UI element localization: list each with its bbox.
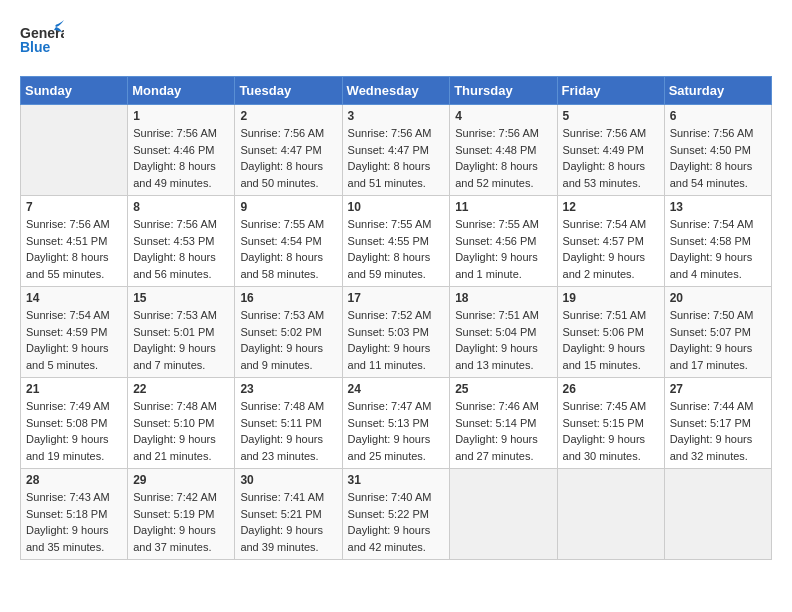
calendar-cell: 14Sunrise: 7:54 AM Sunset: 4:59 PM Dayli… bbox=[21, 287, 128, 378]
calendar-cell: 4Sunrise: 7:56 AM Sunset: 4:48 PM Daylig… bbox=[450, 105, 557, 196]
day-number: 12 bbox=[563, 200, 659, 214]
day-number: 21 bbox=[26, 382, 122, 396]
day-number: 29 bbox=[133, 473, 229, 487]
day-number: 17 bbox=[348, 291, 445, 305]
day-number: 20 bbox=[670, 291, 766, 305]
day-info: Sunrise: 7:48 AM Sunset: 5:11 PM Dayligh… bbox=[240, 398, 336, 464]
calendar-cell: 19Sunrise: 7:51 AM Sunset: 5:06 PM Dayli… bbox=[557, 287, 664, 378]
calendar-cell: 17Sunrise: 7:52 AM Sunset: 5:03 PM Dayli… bbox=[342, 287, 450, 378]
day-info: Sunrise: 7:42 AM Sunset: 5:19 PM Dayligh… bbox=[133, 489, 229, 555]
weekday-header-wednesday: Wednesday bbox=[342, 77, 450, 105]
day-info: Sunrise: 7:43 AM Sunset: 5:18 PM Dayligh… bbox=[26, 489, 122, 555]
calendar-body: 1Sunrise: 7:56 AM Sunset: 4:46 PM Daylig… bbox=[21, 105, 772, 560]
page-header: General Blue bbox=[20, 20, 772, 60]
day-number: 13 bbox=[670, 200, 766, 214]
day-info: Sunrise: 7:56 AM Sunset: 4:48 PM Dayligh… bbox=[455, 125, 551, 191]
day-number: 26 bbox=[563, 382, 659, 396]
day-info: Sunrise: 7:56 AM Sunset: 4:47 PM Dayligh… bbox=[240, 125, 336, 191]
calendar-cell: 13Sunrise: 7:54 AM Sunset: 4:58 PM Dayli… bbox=[664, 196, 771, 287]
calendar-week-4: 21Sunrise: 7:49 AM Sunset: 5:08 PM Dayli… bbox=[21, 378, 772, 469]
calendar-cell: 31Sunrise: 7:40 AM Sunset: 5:22 PM Dayli… bbox=[342, 469, 450, 560]
day-number: 19 bbox=[563, 291, 659, 305]
calendar-cell: 20Sunrise: 7:50 AM Sunset: 5:07 PM Dayli… bbox=[664, 287, 771, 378]
calendar-cell: 9Sunrise: 7:55 AM Sunset: 4:54 PM Daylig… bbox=[235, 196, 342, 287]
calendar-cell: 27Sunrise: 7:44 AM Sunset: 5:17 PM Dayli… bbox=[664, 378, 771, 469]
day-info: Sunrise: 7:54 AM Sunset: 4:59 PM Dayligh… bbox=[26, 307, 122, 373]
calendar-cell: 29Sunrise: 7:42 AM Sunset: 5:19 PM Dayli… bbox=[128, 469, 235, 560]
day-info: Sunrise: 7:41 AM Sunset: 5:21 PM Dayligh… bbox=[240, 489, 336, 555]
calendar-cell: 22Sunrise: 7:48 AM Sunset: 5:10 PM Dayli… bbox=[128, 378, 235, 469]
calendar-week-2: 7Sunrise: 7:56 AM Sunset: 4:51 PM Daylig… bbox=[21, 196, 772, 287]
calendar-cell: 8Sunrise: 7:56 AM Sunset: 4:53 PM Daylig… bbox=[128, 196, 235, 287]
day-info: Sunrise: 7:55 AM Sunset: 4:55 PM Dayligh… bbox=[348, 216, 445, 282]
calendar-table: SundayMondayTuesdayWednesdayThursdayFrid… bbox=[20, 76, 772, 560]
day-info: Sunrise: 7:40 AM Sunset: 5:22 PM Dayligh… bbox=[348, 489, 445, 555]
day-info: Sunrise: 7:51 AM Sunset: 5:06 PM Dayligh… bbox=[563, 307, 659, 373]
day-number: 25 bbox=[455, 382, 551, 396]
day-info: Sunrise: 7:49 AM Sunset: 5:08 PM Dayligh… bbox=[26, 398, 122, 464]
calendar-cell: 16Sunrise: 7:53 AM Sunset: 5:02 PM Dayli… bbox=[235, 287, 342, 378]
weekday-header-tuesday: Tuesday bbox=[235, 77, 342, 105]
day-info: Sunrise: 7:56 AM Sunset: 4:51 PM Dayligh… bbox=[26, 216, 122, 282]
day-info: Sunrise: 7:51 AM Sunset: 5:04 PM Dayligh… bbox=[455, 307, 551, 373]
day-number: 1 bbox=[133, 109, 229, 123]
day-info: Sunrise: 7:48 AM Sunset: 5:10 PM Dayligh… bbox=[133, 398, 229, 464]
calendar-cell: 28Sunrise: 7:43 AM Sunset: 5:18 PM Dayli… bbox=[21, 469, 128, 560]
calendar-cell: 15Sunrise: 7:53 AM Sunset: 5:01 PM Dayli… bbox=[128, 287, 235, 378]
day-number: 18 bbox=[455, 291, 551, 305]
day-info: Sunrise: 7:54 AM Sunset: 4:58 PM Dayligh… bbox=[670, 216, 766, 282]
day-number: 5 bbox=[563, 109, 659, 123]
day-info: Sunrise: 7:55 AM Sunset: 4:54 PM Dayligh… bbox=[240, 216, 336, 282]
calendar-cell: 11Sunrise: 7:55 AM Sunset: 4:56 PM Dayli… bbox=[450, 196, 557, 287]
weekday-header-friday: Friday bbox=[557, 77, 664, 105]
weekday-header-sunday: Sunday bbox=[21, 77, 128, 105]
day-number: 11 bbox=[455, 200, 551, 214]
calendar-cell: 18Sunrise: 7:51 AM Sunset: 5:04 PM Dayli… bbox=[450, 287, 557, 378]
calendar-cell: 24Sunrise: 7:47 AM Sunset: 5:13 PM Dayli… bbox=[342, 378, 450, 469]
calendar-cell: 1Sunrise: 7:56 AM Sunset: 4:46 PM Daylig… bbox=[128, 105, 235, 196]
day-info: Sunrise: 7:47 AM Sunset: 5:13 PM Dayligh… bbox=[348, 398, 445, 464]
calendar-week-5: 28Sunrise: 7:43 AM Sunset: 5:18 PM Dayli… bbox=[21, 469, 772, 560]
calendar-cell: 7Sunrise: 7:56 AM Sunset: 4:51 PM Daylig… bbox=[21, 196, 128, 287]
weekday-header-thursday: Thursday bbox=[450, 77, 557, 105]
day-number: 31 bbox=[348, 473, 445, 487]
day-info: Sunrise: 7:56 AM Sunset: 4:47 PM Dayligh… bbox=[348, 125, 445, 191]
day-number: 24 bbox=[348, 382, 445, 396]
day-info: Sunrise: 7:56 AM Sunset: 4:49 PM Dayligh… bbox=[563, 125, 659, 191]
calendar-cell bbox=[21, 105, 128, 196]
calendar-cell: 3Sunrise: 7:56 AM Sunset: 4:47 PM Daylig… bbox=[342, 105, 450, 196]
day-info: Sunrise: 7:56 AM Sunset: 4:53 PM Dayligh… bbox=[133, 216, 229, 282]
day-number: 9 bbox=[240, 200, 336, 214]
calendar-cell bbox=[450, 469, 557, 560]
day-info: Sunrise: 7:53 AM Sunset: 5:02 PM Dayligh… bbox=[240, 307, 336, 373]
day-info: Sunrise: 7:53 AM Sunset: 5:01 PM Dayligh… bbox=[133, 307, 229, 373]
calendar-cell: 21Sunrise: 7:49 AM Sunset: 5:08 PM Dayli… bbox=[21, 378, 128, 469]
calendar-cell: 6Sunrise: 7:56 AM Sunset: 4:50 PM Daylig… bbox=[664, 105, 771, 196]
calendar-week-1: 1Sunrise: 7:56 AM Sunset: 4:46 PM Daylig… bbox=[21, 105, 772, 196]
day-number: 4 bbox=[455, 109, 551, 123]
day-number: 27 bbox=[670, 382, 766, 396]
calendar-week-3: 14Sunrise: 7:54 AM Sunset: 4:59 PM Dayli… bbox=[21, 287, 772, 378]
day-number: 30 bbox=[240, 473, 336, 487]
day-info: Sunrise: 7:56 AM Sunset: 4:50 PM Dayligh… bbox=[670, 125, 766, 191]
day-number: 2 bbox=[240, 109, 336, 123]
weekday-header-row: SundayMondayTuesdayWednesdayThursdayFrid… bbox=[21, 77, 772, 105]
calendar-cell: 25Sunrise: 7:46 AM Sunset: 5:14 PM Dayli… bbox=[450, 378, 557, 469]
day-info: Sunrise: 7:46 AM Sunset: 5:14 PM Dayligh… bbox=[455, 398, 551, 464]
logo: General Blue bbox=[20, 20, 64, 60]
day-number: 14 bbox=[26, 291, 122, 305]
calendar-cell: 30Sunrise: 7:41 AM Sunset: 5:21 PM Dayli… bbox=[235, 469, 342, 560]
day-number: 7 bbox=[26, 200, 122, 214]
calendar-cell: 23Sunrise: 7:48 AM Sunset: 5:11 PM Dayli… bbox=[235, 378, 342, 469]
calendar-cell: 10Sunrise: 7:55 AM Sunset: 4:55 PM Dayli… bbox=[342, 196, 450, 287]
day-number: 22 bbox=[133, 382, 229, 396]
calendar-cell: 5Sunrise: 7:56 AM Sunset: 4:49 PM Daylig… bbox=[557, 105, 664, 196]
weekday-header-saturday: Saturday bbox=[664, 77, 771, 105]
day-number: 28 bbox=[26, 473, 122, 487]
day-number: 10 bbox=[348, 200, 445, 214]
day-number: 16 bbox=[240, 291, 336, 305]
day-info: Sunrise: 7:50 AM Sunset: 5:07 PM Dayligh… bbox=[670, 307, 766, 373]
day-info: Sunrise: 7:45 AM Sunset: 5:15 PM Dayligh… bbox=[563, 398, 659, 464]
day-info: Sunrise: 7:52 AM Sunset: 5:03 PM Dayligh… bbox=[348, 307, 445, 373]
day-number: 8 bbox=[133, 200, 229, 214]
